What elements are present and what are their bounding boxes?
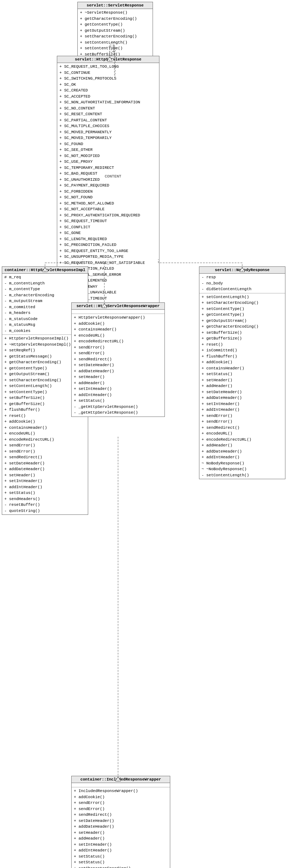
content-label: CONTENT [105, 174, 121, 179]
box-wrapper-title: servlet::HttpServletResponseWrapper [72, 303, 164, 310]
box-wrapper-empty [72, 310, 164, 314]
box-wrapper-methods: + HttpServletResponseWrapper() + addCook… [72, 314, 164, 417]
box-included-response-wrapper: container::IncludedResponseWrapper + Inc… [71, 776, 170, 868]
box-included-wrapper-title: container::IncludedResponseWrapper [72, 776, 170, 783]
box-http-servlet-response-impl-title: container::HttpServletResponseImpl [2, 267, 88, 274]
box-servlet-response-title: servlet::ServletResponse [78, 2, 153, 9]
box-no-body-methods: + setContentLength() + setCharacterEncod… [199, 293, 285, 479]
box-http-servlet-response-title: servlet::HttpServletResponse [57, 56, 159, 63]
box-included-wrapper-empty [72, 783, 170, 787]
box-no-body-fields: - resp - no_body - didSetContentLength [199, 274, 285, 293]
box-included-wrapper-methods: + IncludedResponseWrapper() + addCookie(… [72, 787, 170, 868]
box-no-body-response: servlet::NoBodyResponse - resp - no_body… [199, 266, 285, 479]
box-no-body-title: servlet::NoBodyResponse [199, 267, 285, 274]
box-http-servlet-response-wrapper: servlet::HttpServletResponseWrapper + Ht… [71, 302, 165, 417]
diagram-container: servlet::ServletResponse + ~ServletRespo… [0, 0, 289, 868]
